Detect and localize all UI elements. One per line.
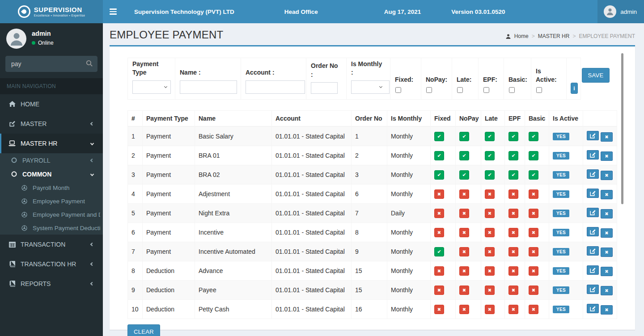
filter-fixed-checkbox[interactable] — [395, 87, 401, 93]
late-x-icon[interactable]: ✖ — [485, 247, 495, 256]
late-x-icon[interactable]: ✖ — [485, 266, 495, 276]
delete-button[interactable]: ✖ — [601, 286, 613, 295]
basic-check-icon[interactable]: ✔ — [529, 132, 538, 141]
fixed-x-icon[interactable]: ✖ — [434, 286, 444, 295]
delete-button[interactable]: ✖ — [601, 171, 613, 180]
late-check-icon[interactable]: ✔ — [485, 132, 495, 141]
edit-button[interactable] — [587, 304, 599, 313]
fixed-x-icon[interactable]: ✖ — [434, 305, 444, 314]
sidebar-item-transaction-hr[interactable]: TRANSACTION HR — [0, 254, 103, 274]
edit-button[interactable] — [587, 131, 599, 140]
late-check-icon[interactable]: ✔ — [485, 151, 495, 160]
edit-button[interactable] — [587, 227, 599, 236]
basic-x-icon[interactable]: ✖ — [529, 286, 538, 295]
epf-x-icon[interactable]: ✖ — [508, 247, 518, 256]
clear-button[interactable]: CLEAR — [127, 324, 160, 336]
filter-epf-checkbox[interactable] — [483, 87, 489, 93]
basic-x-icon[interactable]: ✖ — [529, 228, 538, 237]
late-check-icon[interactable]: ✔ — [485, 170, 495, 180]
info-button[interactable]: i — [571, 83, 578, 94]
filter-name-input[interactable] — [180, 80, 237, 94]
fixed-check-icon[interactable]: ✔ — [434, 247, 444, 256]
sidebar-item-reports[interactable]: REPORTS — [0, 274, 103, 294]
nopay-check-icon[interactable]: ✔ — [459, 170, 469, 180]
sidebar-item-system-payment-deduction[interactable]: System Payment Deduction — [0, 221, 103, 235]
delete-button[interactable]: ✖ — [601, 151, 613, 161]
basic-x-icon[interactable]: ✖ — [529, 266, 538, 276]
sidebar-item-common[interactable]: COMMON — [0, 167, 103, 181]
save-button[interactable]: SAVE — [582, 68, 610, 83]
late-x-icon[interactable]: ✖ — [485, 305, 495, 314]
epf-check-icon[interactable]: ✔ — [508, 132, 518, 141]
epf-x-icon[interactable]: ✖ — [508, 209, 518, 218]
sidebar-toggle-button[interactable] — [103, 0, 123, 23]
delete-button[interactable]: ✖ — [601, 228, 613, 238]
epf-x-icon[interactable]: ✖ — [508, 286, 518, 295]
nopay-x-icon[interactable]: ✖ — [459, 266, 469, 276]
sidebar-item-payroll[interactable]: PAYROLL — [0, 153, 103, 167]
sidebar-item-home[interactable]: HOME — [0, 94, 103, 114]
edit-button[interactable] — [587, 246, 599, 256]
fixed-check-icon[interactable]: ✔ — [434, 151, 444, 160]
basic-x-icon[interactable]: ✖ — [529, 247, 538, 256]
late-x-icon[interactable]: ✖ — [485, 209, 495, 218]
nopay-check-icon[interactable]: ✔ — [459, 132, 469, 141]
breadcrumb-master-hr[interactable]: MASTER HR — [538, 33, 570, 39]
edit-button[interactable] — [587, 169, 599, 179]
filter-is-monthly-select[interactable] — [351, 80, 390, 94]
late-x-icon[interactable]: ✖ — [485, 189, 495, 199]
basic-check-icon[interactable]: ✔ — [529, 151, 538, 160]
epf-x-icon[interactable]: ✖ — [508, 305, 518, 314]
epf-check-icon[interactable]: ✔ — [508, 151, 518, 160]
epf-x-icon[interactable]: ✖ — [508, 266, 518, 276]
fixed-x-icon[interactable]: ✖ — [434, 189, 444, 199]
fixed-x-icon[interactable]: ✖ — [434, 266, 444, 276]
fixed-x-icon[interactable]: ✖ — [434, 209, 444, 218]
nopay-check-icon[interactable]: ✔ — [459, 151, 469, 160]
fixed-check-icon[interactable]: ✔ — [434, 170, 444, 180]
user-menu[interactable]: admin — [597, 0, 644, 23]
filter-late-checkbox[interactable] — [457, 87, 463, 93]
nopay-x-icon[interactable]: ✖ — [459, 305, 469, 314]
nopay-x-icon[interactable]: ✖ — [459, 189, 469, 199]
basic-x-icon[interactable]: ✖ — [529, 189, 538, 199]
delete-button[interactable]: ✖ — [601, 305, 613, 315]
delete-button[interactable]: ✖ — [601, 267, 613, 276]
search-button[interactable] — [82, 58, 96, 70]
sidebar-item-transaction[interactable]: TRANSACTION — [0, 235, 103, 254]
sidebar-item-master-hr[interactable]: MASTER HR — [0, 134, 103, 153]
basic-x-icon[interactable]: ✖ — [529, 209, 538, 218]
nopay-x-icon[interactable]: ✖ — [459, 228, 469, 237]
delete-button[interactable]: ✖ — [601, 132, 613, 142]
filter-order-no-input[interactable] — [311, 82, 338, 94]
sidebar-item-payroll-month[interactable]: Payroll Month — [0, 181, 103, 194]
filter-basic-checkbox[interactable] — [509, 87, 515, 93]
edit-button[interactable] — [587, 208, 599, 217]
edit-button[interactable] — [587, 150, 599, 160]
nopay-x-icon[interactable]: ✖ — [459, 209, 469, 218]
edit-button[interactable] — [587, 285, 599, 294]
fixed-x-icon[interactable]: ✖ — [434, 228, 444, 237]
sidebar-item-employee-payment[interactable]: Employee Payment — [0, 194, 103, 208]
breadcrumb-home[interactable]: Home — [504, 33, 529, 39]
edit-button[interactable] — [587, 265, 599, 275]
filter-nopay-checkbox[interactable] — [426, 87, 432, 93]
filter-payment-type-select[interactable] — [132, 80, 171, 94]
late-x-icon[interactable]: ✖ — [485, 286, 495, 295]
nopay-x-icon[interactable]: ✖ — [459, 286, 469, 295]
delete-button[interactable]: ✖ — [601, 209, 613, 218]
epf-x-icon[interactable]: ✖ — [508, 228, 518, 237]
content-scrollbar[interactable] — [621, 53, 623, 204]
late-x-icon[interactable]: ✖ — [485, 228, 495, 237]
fixed-check-icon[interactable]: ✔ — [434, 132, 444, 141]
brand-logo[interactable]: SUPERVISION Excellence • Innovation • Ex… — [0, 0, 103, 23]
delete-button[interactable]: ✖ — [601, 190, 613, 199]
edit-button[interactable] — [587, 189, 599, 198]
epf-x-icon[interactable]: ✖ — [508, 189, 518, 199]
sidebar-item-employee-payment-and-dedu[interactable]: Employee Payment and Dedu — [0, 208, 103, 221]
nopay-x-icon[interactable]: ✖ — [459, 247, 469, 256]
sidebar-item-master[interactable]: MASTER — [0, 114, 103, 134]
filter-account-input[interactable] — [246, 80, 305, 94]
delete-button[interactable]: ✖ — [601, 248, 613, 257]
basic-x-icon[interactable]: ✖ — [529, 305, 538, 314]
